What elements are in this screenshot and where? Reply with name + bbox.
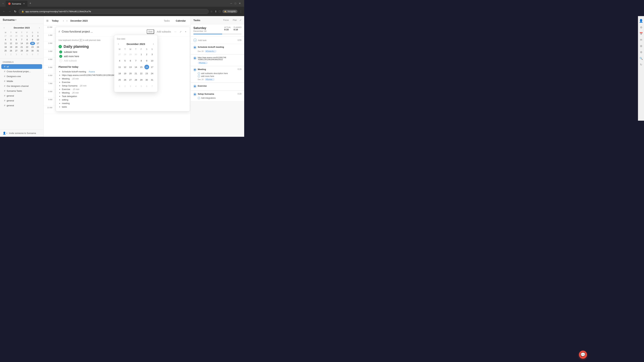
- dp-cell[interactable]: 18: [117, 70, 122, 77]
- dp-cell[interactable]: 16: [144, 64, 149, 70]
- url-bar[interactable]: 🔒 app.sunsama.com/group/moodjoy?aid=657c…: [18, 9, 209, 14]
- mini-cal-day[interactable]: 30: [30, 49, 35, 52]
- sidebar-item-all[interactable]: #all: [1, 64, 42, 69]
- invite-button[interactable]: 👤+ Invite someone to Sunsama: [3, 132, 41, 135]
- dp-cell[interactable]: 13: [128, 64, 133, 70]
- dp-next-month-button[interactable]: ›: [152, 42, 155, 46]
- mini-cal-day[interactable]: 4: [19, 53, 24, 56]
- active-tab[interactable]: Sunsama ✕: [6, 1, 28, 7]
- dp-cell[interactable]: 7: [133, 57, 138, 64]
- forward-nav-button[interactable]: →: [8, 9, 12, 13]
- mini-cal-day[interactable]: 11: [3, 42, 8, 45]
- maximize-button[interactable]: □: [235, 2, 236, 5]
- mini-cal-day[interactable]: 7: [36, 53, 40, 56]
- mini-cal-day[interactable]: 28: [8, 34, 14, 38]
- dp-cell[interactable]: 17: [150, 64, 155, 70]
- mini-cal-day[interactable]: 19: [8, 45, 14, 49]
- mini-cal-day[interactable]: 18: [3, 45, 8, 49]
- mini-cal-day[interactable]: 2: [30, 34, 35, 38]
- due-date-button[interactable]: Due: [147, 29, 154, 34]
- mini-cal-day[interactable]: 1: [25, 34, 30, 38]
- mini-cal-day[interactable]: 10: [36, 38, 40, 41]
- rs-task-check-meeting[interactable]: [193, 68, 196, 71]
- mini-cal-day[interactable]: 3: [36, 34, 40, 38]
- mini-cal-day[interactable]: 26: [8, 49, 14, 52]
- minimize-button[interactable]: ─: [230, 2, 232, 5]
- close-window-button[interactable]: ✕: [239, 2, 241, 5]
- task-title-input[interactable]: [62, 30, 145, 33]
- mini-cal-day[interactable]: 8: [25, 38, 30, 41]
- mini-cal-day[interactable]: 7: [19, 38, 24, 41]
- tab-close-button[interactable]: ✕: [23, 2, 25, 5]
- mini-cal-day[interactable]: 13: [14, 42, 19, 45]
- add-subtask-plus-icon[interactable]: +: [59, 59, 62, 62]
- sidebar-item-sunsama-tasks[interactable]: #Sunsama Tasks: [1, 88, 42, 93]
- rs-subtask-check-setup[interactable]: [198, 97, 200, 99]
- sidebar-item-middle[interactable]: #Middle: [1, 79, 42, 83]
- reload-button[interactable]: ↻: [14, 9, 17, 14]
- mini-cal-day[interactable]: 15: [25, 42, 30, 45]
- sidebar-item-general3[interactable]: #general: [1, 103, 42, 108]
- mini-cal-day[interactable]: 6: [30, 53, 35, 56]
- mini-cal-day[interactable]: 16: [30, 42, 35, 45]
- browser-menu-icon[interactable]: ⋮: [240, 10, 242, 13]
- dp-cell[interactable]: 27: [128, 77, 133, 83]
- dp-cell[interactable]: 30: [133, 51, 138, 57]
- dp-cell[interactable]: 7: [150, 83, 155, 89]
- mini-cal-day[interactable]: 6: [14, 38, 19, 41]
- mini-cal-day[interactable]: 5: [25, 53, 30, 56]
- mini-cal-day[interactable]: 3: [14, 53, 19, 56]
- dp-cell[interactable]: 6: [144, 83, 149, 89]
- sidebar-item-our-designers[interactable]: #Our designers channel: [1, 84, 42, 88]
- dp-cell[interactable]: 11: [117, 64, 122, 70]
- rs-task-check-kickoff[interactable]: [193, 46, 196, 49]
- dp-cell[interactable]: 19: [122, 70, 128, 77]
- dp-cell[interactable]: 10: [150, 57, 155, 64]
- mini-cal-day[interactable]: 9: [30, 38, 35, 41]
- rs-subtask-check-2-meeting[interactable]: [198, 75, 200, 77]
- dp-cell[interactable]: 20: [128, 70, 133, 77]
- subtask-1-check[interactable]: [59, 50, 62, 53]
- mini-cal-day[interactable]: 28: [19, 49, 24, 52]
- dp-cell[interactable]: 2: [122, 83, 128, 89]
- mini-cal-day[interactable]: 29: [14, 34, 19, 38]
- dp-cell[interactable]: 29: [128, 51, 133, 57]
- extensions-icon[interactable]: □: [219, 10, 220, 13]
- dp-cell[interactable]: 4: [117, 57, 122, 64]
- add-task-row[interactable]: + Add task 0:55: [191, 36, 244, 44]
- download-icon[interactable]: ⬇: [215, 10, 217, 13]
- expand-task-icon[interactable]: ⤢: [179, 30, 182, 34]
- dp-cell[interactable]: 1: [138, 51, 144, 57]
- rs-task-check-setup[interactable]: [193, 93, 196, 96]
- dp-cell[interactable]: 4: [133, 83, 138, 89]
- dp-cell[interactable]: 8: [138, 57, 144, 64]
- dp-cell[interactable]: 9: [144, 57, 149, 64]
- focus-tab[interactable]: Focus: [222, 18, 230, 22]
- dp-cell[interactable]: 27: [117, 51, 122, 57]
- mini-cal-day[interactable]: 22: [25, 45, 30, 49]
- rs-task-check-exercise[interactable]: [193, 85, 196, 88]
- mini-cal-day[interactable]: 14: [19, 42, 24, 45]
- dp-cell[interactable]: 25: [117, 77, 122, 83]
- mini-cal-day[interactable]: 21: [19, 45, 24, 49]
- back-nav-button[interactable]: ←: [2, 9, 6, 13]
- app-name[interactable]: Sunsama ▾: [3, 18, 16, 21]
- new-tab-button[interactable]: +: [28, 1, 33, 6]
- sidebar-item-cross-functional[interactable]: #Cross-functional projec...: [1, 69, 42, 74]
- dp-cell[interactable]: 3: [150, 51, 155, 57]
- mini-cal-day[interactable]: 25: [3, 49, 8, 52]
- dp-cell[interactable]: 2: [144, 51, 149, 57]
- next-period-button[interactable]: ›: [66, 18, 68, 23]
- mini-cal-prev-button[interactable]: ‹: [3, 26, 6, 29]
- mini-cal-day[interactable]: 27: [14, 49, 19, 52]
- sidebar-item-designers-one[interactable]: #Designers-one: [1, 74, 42, 79]
- dp-prev-month-button[interactable]: ‹: [117, 42, 120, 46]
- rs-subtask-check-1-meeting[interactable]: [198, 72, 200, 75]
- mini-cal-day[interactable]: 2: [8, 53, 14, 56]
- sidebar-item-general1[interactable]: #general: [1, 93, 42, 98]
- dp-cell[interactable]: 5: [138, 83, 144, 89]
- rs-task-check-asana[interactable]: [193, 57, 196, 60]
- mini-cal-day[interactable]: 17: [36, 42, 40, 45]
- tab-back-button[interactable]: ‹: [1, 1, 5, 5]
- dp-cell[interactable]: 14: [133, 64, 138, 70]
